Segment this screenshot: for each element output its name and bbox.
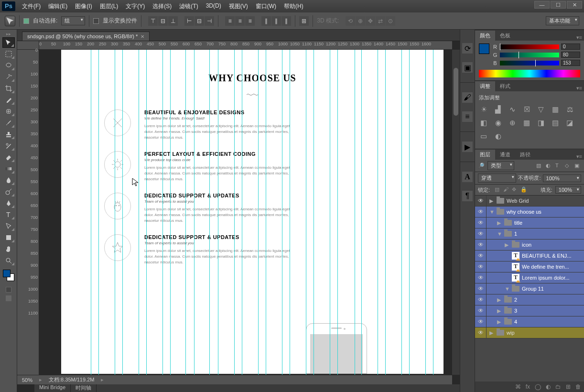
- guide[interactable]: [355, 50, 355, 375]
- lasso-tool[interactable]: [2, 60, 15, 71]
- twisty-icon[interactable]: ▶: [489, 330, 494, 336]
- eraser-tool[interactable]: [2, 152, 15, 163]
- lock-pos-icon[interactable]: ✥: [512, 186, 519, 193]
- guide[interactable]: [433, 50, 433, 375]
- vertical-scrollbar[interactable]: [452, 50, 460, 375]
- lock-paint-icon[interactable]: 🖌: [503, 186, 510, 193]
- visibility-toggle[interactable]: 👁: [475, 272, 487, 283]
- tab-channels[interactable]: 通道: [495, 150, 515, 160]
- twisty-icon[interactable]: ▶: [497, 297, 502, 303]
- twisty-icon[interactable]: ▶: [505, 242, 509, 248]
- layer-mask-icon[interactable]: ◯: [535, 383, 541, 390]
- fill-input[interactable]: 100%: [555, 186, 581, 194]
- panel-menu-icon[interactable]: ▾≡: [574, 34, 584, 41]
- dist-right-icon[interactable]: ∥: [281, 16, 291, 26]
- visibility-toggle[interactable]: 👁: [475, 207, 487, 217]
- healing-tool[interactable]: [2, 106, 15, 117]
- blend-mode-dropdown[interactable]: 穿透: [478, 174, 516, 183]
- blur-tool[interactable]: [2, 175, 15, 185]
- exposure-icon[interactable]: ☒: [522, 105, 531, 114]
- zoom-readout[interactable]: 50%: [22, 377, 32, 383]
- brush-preset-panel-icon[interactable]: ≡: [462, 111, 473, 122]
- guide[interactable]: [425, 50, 426, 375]
- brushes-panel-icon[interactable]: 🖌: [462, 92, 473, 103]
- guide[interactable]: [139, 50, 139, 375]
- close-button[interactable]: ✕: [567, 1, 582, 9]
- menu-item[interactable]: 文字(Y): [122, 1, 149, 12]
- guide[interactable]: [290, 50, 290, 375]
- guide[interactable]: [98, 50, 99, 375]
- layer-filter-dropdown[interactable]: 类型: [487, 161, 514, 170]
- new-layer-icon[interactable]: ⊞: [566, 383, 571, 390]
- spectrum-strip[interactable]: [479, 70, 580, 77]
- menu-item[interactable]: 编辑(E): [44, 1, 71, 12]
- delete-layer-icon[interactable]: 🗑: [575, 383, 581, 390]
- opacity-input[interactable]: 100%: [543, 174, 581, 182]
- guide[interactable]: [385, 50, 386, 375]
- menu-item[interactable]: 图像(I): [71, 1, 96, 12]
- layer-row[interactable]: 👁▶icon: [475, 240, 584, 250]
- lock-all-icon[interactable]: 🔒: [520, 186, 527, 193]
- bottom-tab[interactable]: Mini Bridge: [34, 384, 71, 392]
- guide[interactable]: [361, 50, 362, 375]
- gradient-tool[interactable]: [2, 163, 15, 174]
- filter-shape-icon[interactable]: ◇: [565, 163, 572, 169]
- tab-color[interactable]: 颜色: [475, 31, 495, 41]
- visibility-toggle[interactable]: 👁: [475, 250, 487, 261]
- menu-item[interactable]: 窗口(W): [252, 1, 280, 12]
- layer-row[interactable]: 👁▶2: [475, 294, 584, 305]
- tool-preset-icon[interactable]: [5, 16, 15, 26]
- guide[interactable]: [282, 50, 282, 375]
- guide[interactable]: [242, 50, 242, 375]
- auto-align-icon[interactable]: ⊞: [299, 16, 309, 26]
- dist-hmid-icon[interactable]: ∥: [271, 16, 281, 26]
- brightness-icon[interactable]: ☀: [479, 105, 488, 114]
- horizontal-ruler[interactable]: 0501001502002503003504004505005506006507…: [39, 41, 452, 50]
- auto-select-mode-dropdown[interactable]: 组: [61, 16, 85, 25]
- menu-item[interactable]: 帮助(H): [280, 1, 307, 12]
- tab-swatches[interactable]: 色板: [495, 31, 515, 41]
- channel-value[interactable]: [561, 60, 580, 66]
- layer-row[interactable]: 👁▶3: [475, 305, 584, 316]
- visibility-toggle[interactable]: 👁: [475, 229, 487, 239]
- photo-filter-icon[interactable]: ◉: [493, 119, 503, 127]
- visibility-toggle[interactable]: 👁: [475, 283, 487, 294]
- new-group-icon[interactable]: 🗀: [555, 383, 561, 390]
- layer-row[interactable]: 👁▶title: [475, 218, 584, 229]
- layer-row[interactable]: 👁▼why choose us: [475, 207, 584, 218]
- guide[interactable]: [170, 50, 171, 375]
- document-tab[interactable]: sndsgn.psd @ 50% (why choose us, RGB/8#)…: [22, 32, 150, 41]
- zoom-tool[interactable]: [2, 255, 15, 266]
- hue-icon[interactable]: ▦: [551, 105, 560, 114]
- tab-adjustments[interactable]: 调整: [475, 81, 495, 91]
- align-hmid-icon[interactable]: ⊟: [195, 16, 204, 26]
- filter-smart-icon[interactable]: ▣: [574, 163, 581, 169]
- channel-slider[interactable]: [500, 61, 559, 65]
- invert-icon[interactable]: ◨: [536, 119, 546, 127]
- layer-row[interactable]: 👁TWe define the tren...: [475, 261, 584, 272]
- threshold-icon[interactable]: ◪: [565, 119, 574, 127]
- levels-icon[interactable]: ▟: [493, 105, 503, 114]
- visibility-toggle[interactable]: 👁: [475, 196, 487, 206]
- hand-tool[interactable]: [2, 244, 15, 254]
- guide[interactable]: [266, 50, 266, 375]
- menu-item[interactable]: 3D(D): [202, 1, 225, 12]
- visibility-toggle[interactable]: 👁: [475, 294, 487, 305]
- new-fill-icon[interactable]: ◐: [546, 383, 551, 390]
- dist-bottom-icon[interactable]: ≡: [245, 16, 255, 26]
- guide[interactable]: [146, 50, 147, 375]
- guide[interactable]: [314, 50, 314, 375]
- crop-tool[interactable]: [2, 83, 15, 94]
- layer-row[interactable]: 👁▼Group 11: [475, 283, 584, 294]
- guide[interactable]: [409, 50, 410, 375]
- guide[interactable]: [306, 50, 306, 375]
- actions-panel-icon[interactable]: ▶: [462, 142, 473, 152]
- curves-icon[interactable]: ∿: [508, 105, 517, 114]
- minimize-button[interactable]: —: [534, 1, 550, 9]
- menu-item[interactable]: 视图(V): [225, 1, 252, 12]
- gradient-map-icon[interactable]: ▭: [479, 132, 488, 141]
- twisty-icon[interactable]: ▶: [497, 220, 502, 226]
- align-vmid-icon[interactable]: ⊟: [158, 16, 168, 26]
- layer-row[interactable]: 👁TBEAUTIFUL & ENJ...: [475, 250, 584, 261]
- transform-controls-checkbox[interactable]: [93, 18, 99, 24]
